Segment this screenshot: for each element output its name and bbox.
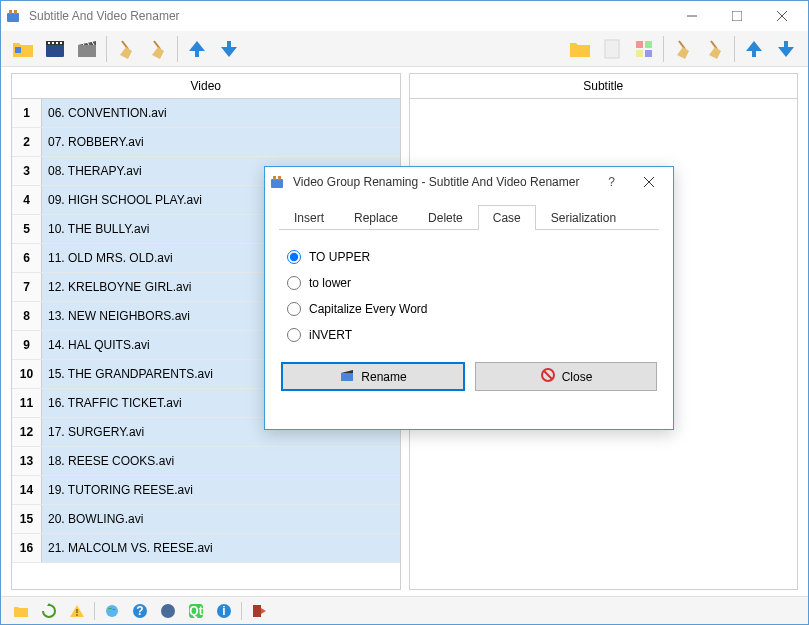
row-filename: 06. CONVENTION.avi	[42, 106, 400, 120]
svg-point-28	[76, 614, 78, 616]
document-icon[interactable]	[597, 34, 627, 64]
list-item[interactable]: 1520. BOWLING.avi	[12, 505, 400, 534]
minimize-button[interactable]	[669, 2, 714, 30]
close-button[interactable]	[759, 2, 804, 30]
svg-rect-23	[636, 50, 643, 57]
row-number: 13	[12, 447, 42, 475]
svg-rect-12	[56, 42, 58, 44]
dialog-icon	[269, 174, 285, 190]
svg-rect-22	[645, 41, 652, 48]
broom3-icon[interactable]	[668, 34, 698, 64]
tab-insert[interactable]: Insert	[279, 205, 339, 230]
row-filename: 18. REESE COOKS.avi	[42, 454, 400, 468]
svg-point-29	[106, 605, 118, 617]
refresh-icon[interactable]	[37, 599, 61, 623]
tab-replace[interactable]: Replace	[339, 205, 413, 230]
tab-serialization[interactable]: Serialization	[536, 205, 631, 230]
globe-icon[interactable]	[100, 599, 124, 623]
list-item[interactable]: 106. CONVENTION.avi	[12, 99, 400, 128]
broom2-icon[interactable]	[143, 34, 173, 64]
row-number: 6	[12, 244, 42, 272]
tab-case[interactable]: Case	[478, 205, 536, 230]
svg-rect-39	[273, 176, 276, 180]
help-icon[interactable]: ?	[128, 599, 152, 623]
list-item[interactable]: 1419. TUTORING REESE.avi	[12, 476, 400, 505]
arrow-up2-icon[interactable]	[739, 34, 769, 64]
rename-button[interactable]: Rename	[281, 362, 465, 391]
window-title: Subtitle And Video Renamer	[27, 9, 669, 23]
row-number: 10	[12, 360, 42, 388]
svg-rect-43	[341, 373, 353, 381]
svg-rect-11	[52, 42, 54, 44]
clapperboard-icon[interactable]	[72, 34, 102, 64]
exit-icon[interactable]	[247, 599, 271, 623]
svg-rect-10	[48, 42, 50, 44]
warning-icon[interactable]	[65, 599, 89, 623]
colors-icon[interactable]	[629, 34, 659, 64]
main-titlebar: Subtitle And Video Renamer	[1, 1, 808, 31]
row-number: 8	[12, 302, 42, 330]
tab-case-content: TO UPPER to lower Capitalize Every Word …	[279, 230, 659, 362]
svg-text:?: ?	[136, 604, 143, 618]
arrow-up-icon[interactable]	[182, 34, 212, 64]
radio-capitalize[interactable]: Capitalize Every Word	[287, 296, 651, 322]
row-number: 5	[12, 215, 42, 243]
add-video-files-icon[interactable]	[40, 34, 70, 64]
row-number: 9	[12, 331, 42, 359]
svg-rect-2	[14, 10, 17, 14]
row-filename: 19. TUTORING REESE.avi	[42, 483, 400, 497]
svg-rect-4	[732, 11, 742, 21]
svg-rect-20	[605, 40, 619, 58]
dialog-close-button[interactable]	[629, 168, 669, 196]
dialog-tabs: Insert Replace Delete Case Serialization	[279, 205, 659, 230]
row-number: 7	[12, 273, 42, 301]
rename-button-label: Rename	[361, 370, 406, 384]
broom1-icon[interactable]	[111, 34, 141, 64]
statusbar: ? Qt i	[1, 596, 808, 624]
dialog-titlebar: Video Group Renaming - Subtitle And Vide…	[265, 167, 673, 197]
svg-rect-24	[645, 50, 652, 57]
svg-rect-37	[253, 605, 261, 617]
list-item[interactable]: 1318. REESE COOKS.avi	[12, 447, 400, 476]
add-subtitle-folder-icon[interactable]	[565, 34, 595, 64]
dialog-title: Video Group Renaming - Subtitle And Vide…	[291, 175, 594, 189]
clapperboard-small-icon	[339, 367, 355, 386]
main-toolbar	[1, 31, 808, 67]
svg-rect-7	[15, 47, 21, 53]
radio-invert[interactable]: iNVERT	[287, 322, 651, 348]
radio-lower[interactable]: to lower	[287, 270, 651, 296]
add-video-folder-icon[interactable]	[8, 34, 38, 64]
rename-dialog: Video Group Renaming - Subtitle And Vide…	[264, 166, 674, 430]
info-icon[interactable]: i	[212, 599, 236, 623]
un-icon[interactable]	[156, 599, 180, 623]
row-number: 11	[12, 389, 42, 417]
video-panel-header: Video	[12, 74, 400, 99]
list-item[interactable]: 1621. MALCOLM VS. REESE.avi	[12, 534, 400, 563]
maximize-button[interactable]	[714, 2, 759, 30]
tab-delete[interactable]: Delete	[413, 205, 478, 230]
subtitle-panel-header: Subtitle	[410, 74, 798, 99]
no-entry-icon	[540, 367, 556, 386]
row-filename: 21. MALCOLM VS. REESE.avi	[42, 541, 400, 555]
row-number: 4	[12, 186, 42, 214]
close-dialog-button[interactable]: Close	[475, 362, 657, 391]
folder-open-icon[interactable]	[9, 599, 33, 623]
svg-text:i: i	[222, 604, 225, 618]
arrow-down2-icon[interactable]	[771, 34, 801, 64]
qt-icon[interactable]: Qt	[184, 599, 208, 623]
svg-rect-1	[9, 10, 12, 14]
list-item[interactable]: 207. ROBBERY.avi	[12, 128, 400, 157]
svg-rect-0	[7, 13, 19, 22]
radio-upper[interactable]: TO UPPER	[287, 244, 651, 270]
broom4-icon[interactable]	[700, 34, 730, 64]
row-filename: 20. BOWLING.avi	[42, 512, 400, 526]
svg-rect-40	[278, 176, 281, 180]
dialog-help-button[interactable]: ?	[594, 168, 629, 196]
svg-line-45	[544, 371, 552, 379]
arrow-down-icon[interactable]	[214, 34, 244, 64]
row-filename: 07. ROBBERY.avi	[42, 135, 400, 149]
svg-rect-13	[60, 42, 62, 44]
row-number: 3	[12, 157, 42, 185]
row-number: 2	[12, 128, 42, 156]
app-icon	[5, 8, 21, 24]
